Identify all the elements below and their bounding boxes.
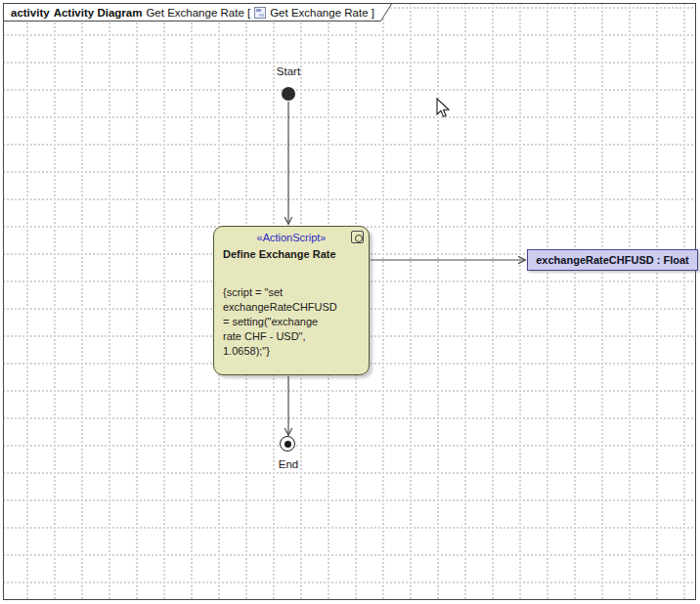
action-script-body: {script = "set exchangeRateCHFUSD = sett… bbox=[223, 285, 365, 359]
final-node-dot bbox=[284, 441, 291, 448]
action-title: Define Exchange Rate bbox=[223, 248, 336, 260]
output-pin-label: exchangeRateCHFUSD : Float bbox=[536, 254, 688, 266]
frame-diagram-name: Get Exchange Rate [ bbox=[146, 7, 250, 19]
end-label: End bbox=[264, 458, 313, 470]
start-label: Start bbox=[264, 65, 313, 77]
frame-title-tab[interactable]: activity Activity Diagram Get Exchange R… bbox=[4, 4, 393, 21]
frame-diagram-name-ref: Get Exchange Rate ] bbox=[270, 7, 374, 19]
diagram-icon bbox=[254, 7, 266, 19]
output-pin-node[interactable]: exchangeRateCHFUSD : Float bbox=[527, 249, 698, 271]
frame-diagram-type: Activity Diagram bbox=[54, 7, 143, 19]
action-node-define-exchange-rate[interactable]: «ActionScript» Define Exchange Rate {scr… bbox=[213, 226, 370, 375]
frame-keyword: activity bbox=[11, 7, 50, 19]
diagram-canvas: activity Activity Diagram Get Exchange R… bbox=[0, 0, 700, 604]
final-node[interactable] bbox=[280, 436, 295, 452]
action-stereotype: «ActionScript» bbox=[214, 232, 369, 243]
script-badge-icon bbox=[351, 231, 364, 243]
initial-node[interactable] bbox=[282, 87, 295, 101]
